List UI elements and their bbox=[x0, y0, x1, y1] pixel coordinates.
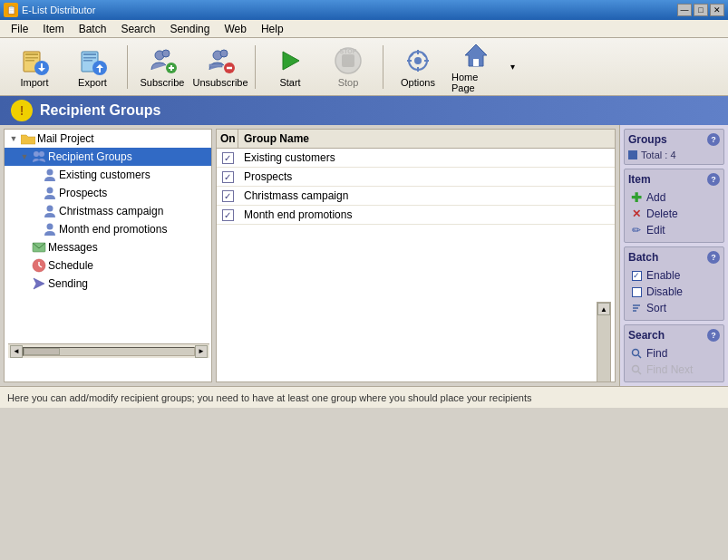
groups-info: Total : 4 bbox=[628, 150, 720, 160]
svg-rect-35 bbox=[473, 59, 479, 66]
table-row-name-4: Month end promotions bbox=[238, 206, 615, 224]
menu-help[interactable]: Help bbox=[254, 21, 291, 37]
enable-icon bbox=[630, 269, 643, 282]
svg-point-37 bbox=[39, 151, 44, 157]
tree-item-prospects[interactable]: Prospects bbox=[5, 184, 211, 202]
menu-search[interactable]: Search bbox=[113, 21, 162, 37]
subscribe-button[interactable]: Subscribe bbox=[135, 42, 189, 92]
close-button[interactable]: ✕ bbox=[710, 4, 724, 16]
groups-title: Groups bbox=[628, 133, 667, 146]
export-button[interactable]: Export bbox=[65, 42, 120, 92]
add-icon: ✚ bbox=[630, 191, 643, 204]
tree-item-schedule[interactable]: Schedule bbox=[5, 256, 211, 275]
disable-action[interactable]: Disable bbox=[628, 284, 720, 300]
unsubscribe-button[interactable]: Unsubscribe bbox=[193, 42, 248, 92]
unsubscribe-icon bbox=[206, 46, 235, 75]
tree-spacer-7 bbox=[19, 278, 30, 289]
item-help-button[interactable]: ? bbox=[707, 173, 720, 186]
menu-file[interactable]: File bbox=[4, 21, 35, 37]
checkbox-4[interactable] bbox=[222, 209, 234, 221]
table-panel: On Group Name Existing customers Prospec… bbox=[216, 129, 616, 382]
table-vscroll[interactable]: ▲ ▼ bbox=[597, 302, 611, 382]
enable-action[interactable]: Enable bbox=[628, 267, 720, 284]
svg-rect-8 bbox=[83, 57, 96, 59]
tree-item-recipient-groups[interactable]: ▼ Recipient Groups bbox=[5, 148, 211, 166]
tree-item-sending[interactable]: Sending bbox=[5, 275, 211, 293]
tree-item-messages[interactable]: Messages bbox=[5, 238, 211, 256]
svg-point-40 bbox=[47, 206, 53, 212]
table-row-check-4[interactable] bbox=[217, 207, 238, 224]
checkbox-3[interactable] bbox=[222, 190, 234, 202]
scroll-thumb[interactable] bbox=[24, 348, 60, 355]
tree-scroll-bar[interactable]: ◄ ► bbox=[8, 343, 209, 358]
menu-item[interactable]: Item bbox=[35, 21, 71, 37]
groups-help-button[interactable]: ? bbox=[707, 133, 720, 146]
table-row-check-3[interactable] bbox=[217, 188, 238, 205]
homepage-dropdown[interactable]: ▾ bbox=[507, 42, 518, 92]
menu-batch[interactable]: Batch bbox=[72, 21, 114, 37]
title-bar: 📋 E-List Distributor — □ ✕ bbox=[0, 0, 728, 20]
checkbox-2[interactable] bbox=[222, 171, 234, 183]
import-label: Import bbox=[20, 77, 48, 88]
svg-marker-46 bbox=[34, 278, 44, 289]
delete-action[interactable]: ✕ Delete bbox=[628, 206, 720, 222]
homepage-button[interactable]: Home Page bbox=[449, 42, 503, 92]
batch-section-header: Batch ? bbox=[628, 251, 720, 264]
messages-icon bbox=[32, 240, 46, 255]
add-action[interactable]: ✚ Add bbox=[628, 189, 720, 206]
delete-label: Delete bbox=[646, 208, 678, 220]
maximize-button[interactable]: □ bbox=[694, 4, 708, 16]
table-row-check-1[interactable] bbox=[217, 150, 238, 167]
content-wrapper: ! Recipient Groups ▼ Mail Project ▼ bbox=[0, 96, 728, 386]
scroll-right-arrow[interactable]: ► bbox=[195, 345, 208, 358]
item-section: Item ? ✚ Add ✕ Delete ✏ Edit bbox=[624, 169, 724, 243]
tree-item-mail-project[interactable]: ▼ Mail Project bbox=[5, 130, 211, 148]
app-icon: 📋 bbox=[4, 3, 18, 17]
find-next-action[interactable]: Find Next bbox=[628, 362, 720, 378]
edit-action[interactable]: ✏ Edit bbox=[628, 222, 720, 238]
title-bar-left: 📋 E-List Distributor bbox=[4, 3, 95, 17]
options-button[interactable]: Options bbox=[391, 42, 445, 92]
tree-spacer-1 bbox=[30, 169, 41, 180]
start-button[interactable]: Start bbox=[263, 42, 317, 92]
tree-spacer-2 bbox=[30, 188, 41, 198]
item-section-header: Item ? bbox=[628, 173, 720, 186]
recipient-groups-icon bbox=[32, 150, 46, 164]
export-icon bbox=[78, 46, 107, 75]
batch-help-button[interactable]: ? bbox=[707, 251, 720, 264]
tree-spacer-5 bbox=[19, 242, 30, 253]
menu-bar: File Item Batch Search Sending Web Help bbox=[0, 20, 728, 38]
checkbox-1[interactable] bbox=[222, 152, 234, 164]
menu-sending[interactable]: Sending bbox=[162, 21, 217, 37]
vscroll-track bbox=[597, 315, 610, 382]
tree-toggle-recipient-groups[interactable]: ▼ bbox=[19, 151, 30, 162]
stop-icon: STOP bbox=[334, 46, 363, 75]
table-row[interactable]: Existing customers bbox=[217, 149, 615, 168]
batch-title: Batch bbox=[628, 251, 658, 264]
tree-item-christmass-campaign[interactable]: Christmass campaign bbox=[5, 202, 211, 220]
minimize-button[interactable]: — bbox=[677, 4, 692, 16]
tree-item-month-end[interactable]: Month end promotions bbox=[5, 220, 211, 238]
unsubscribe-label: Unsubscribe bbox=[192, 77, 248, 88]
table-row-check-2[interactable] bbox=[217, 169, 238, 186]
search-section-header: Search ? bbox=[628, 329, 720, 342]
import-button[interactable]: Import bbox=[7, 42, 62, 92]
table-row[interactable]: Prospects bbox=[217, 168, 615, 187]
stop-button[interactable]: STOP Stop bbox=[321, 42, 375, 92]
menu-web[interactable]: Web bbox=[217, 21, 253, 37]
table-row[interactable]: Christmass campaign bbox=[217, 187, 615, 206]
search-help-button[interactable]: ? bbox=[707, 329, 720, 342]
find-action[interactable]: Find bbox=[628, 345, 720, 362]
tree-item-existing-customers[interactable]: Existing customers bbox=[5, 166, 211, 184]
add-label: Add bbox=[646, 191, 665, 204]
table-row-name-3: Christmass campaign bbox=[238, 187, 615, 205]
tree-toggle-mail-project[interactable]: ▼ bbox=[8, 133, 19, 144]
delete-icon: ✕ bbox=[630, 208, 643, 220]
vscroll-up[interactable]: ▲ bbox=[597, 303, 610, 315]
scroll-left-arrow[interactable]: ◄ bbox=[10, 345, 23, 358]
table-header-name: Group Name bbox=[238, 130, 615, 148]
svg-marker-22 bbox=[283, 52, 299, 70]
sort-action[interactable]: Sort bbox=[628, 300, 720, 316]
table-row[interactable]: Month end promotions bbox=[217, 206, 615, 225]
enable-label: Enable bbox=[646, 269, 680, 282]
